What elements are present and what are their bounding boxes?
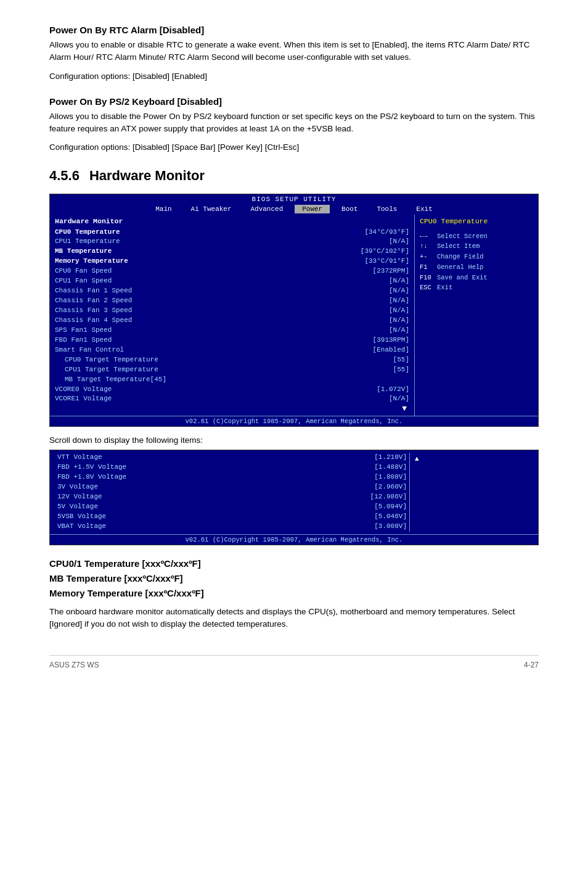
bios-key-row: ↑↓Select Item: [420, 241, 533, 252]
page-footer: ASUS Z7S WS 4-27: [49, 655, 539, 669]
rtc-alarm-para1: Allows you to enable or disable RTC to g…: [49, 39, 539, 64]
bios-key-row: ESCExit: [420, 283, 533, 293]
footer-right: 4-27: [524, 661, 539, 669]
bios-row: CPU1 Fan Speed[N/A]: [55, 276, 409, 286]
chapter-num: 4.5.6: [49, 168, 80, 184]
bios-row: SPS Fan1 Speed[N/A]: [55, 326, 409, 336]
key-desc: Save and Exit: [437, 273, 488, 283]
bios-right-panel: CPU0 Temperature ←→Select Screen↑↓Select…: [415, 215, 538, 416]
bios-key-row: ←→Select Screen: [420, 231, 533, 242]
bios2-row: 5V Voltage[5.094V]: [55, 502, 409, 512]
bios2-row: 3V Voltage[2.960V]: [55, 482, 409, 492]
cpu-temp-body: The onboard hardware monitor automatical…: [49, 606, 539, 631]
bios-key-row: F10Save and Exit: [420, 273, 533, 283]
bios-rows: CPU0 Temperature[34°C/93°F]CPU1 Temperat…: [55, 228, 409, 414]
bios-section-title: Hardware Monitor: [55, 217, 409, 225]
bios-screen: BIOS SETUP UTILITY Main Ai Tweaker Advan…: [49, 194, 539, 427]
bios-tab-power[interactable]: Power: [295, 205, 330, 213]
rtc-alarm-section: Power On By RTC Alarm [Disabled] Allows …: [49, 25, 539, 83]
bios-row: Smart Fan Control[Enabled]: [55, 345, 409, 355]
bios-footer: v02.61 (C)Copyright 1985-2007, American …: [50, 416, 538, 426]
bios2-row: FBD +1.8V Voltage[1.808V]: [55, 472, 409, 482]
bios2-footer: v02.61 (C)Copyright 1985-2007, American …: [50, 534, 538, 545]
ps2-keyboard-title: Power On By PS/2 Keyboard [Disabled]: [49, 96, 539, 107]
bios-key-row: +-Change Field: [420, 252, 533, 262]
key-symbol: ↑↓: [420, 241, 435, 252]
bios-row: Chassis Fan 2 Speed[N/A]: [55, 296, 409, 306]
bios-body: Hardware Monitor CPU0 Temperature[34°C/9…: [50, 215, 538, 416]
bios2-rows: VTT Voltage[1.210V]FBD +1.5V Voltage[1.4…: [55, 453, 409, 532]
bios-header: BIOS SETUP UTILITY: [50, 194, 538, 204]
bios-tab-exit[interactable]: Exit: [409, 205, 439, 213]
bios2-row: FBD +1.5V Voltage[1.488V]: [55, 463, 409, 472]
bios2-row: 5VSB Voltage[5.046V]: [55, 512, 409, 522]
chapter-title: Hardware Monitor: [89, 168, 205, 184]
bios2-row: VTT Voltage[1.210V]: [55, 453, 409, 463]
key-desc: General Help: [437, 262, 484, 273]
bios2-right-empty: ▲: [410, 453, 533, 465]
rtc-alarm-para2: Configuration options: [Disabled] [Enabl…: [49, 70, 539, 83]
key-desc: Select Screen: [437, 231, 488, 242]
key-desc: Change Field: [437, 252, 484, 262]
chapter-heading-section: 4.5.6 Hardware Monitor: [49, 168, 539, 184]
key-symbol: +-: [420, 252, 435, 262]
bios-scrollbar: ▼: [55, 404, 409, 413]
cpu-temp-heading: CPU0/1 Temperature [xxxºC/xxxºF]MB Tempe…: [49, 556, 539, 601]
chapter-heading: 4.5.6 Hardware Monitor: [49, 168, 539, 184]
bios-row: VCORE0 Voltage[1.072V]: [55, 385, 409, 395]
cpu-temp-section: CPU0/1 Temperature [xxxºC/xxxºF]MB Tempe…: [49, 556, 539, 631]
bios-left-panel: Hardware Monitor CPU0 Temperature[34°C/9…: [50, 215, 415, 416]
bios-tab-ai[interactable]: Ai Tweaker: [184, 205, 239, 213]
bios2-right-panel: ▲: [410, 453, 533, 532]
scroll-note: Scroll down to display the following ite…: [49, 435, 539, 445]
bios-tab-advanced[interactable]: Advanced: [243, 205, 290, 213]
key-symbol: F1: [420, 262, 435, 273]
rtc-alarm-title: Power On By RTC Alarm [Disabled]: [49, 25, 539, 35]
bios-row: Chassis Fan 1 Speed[N/A]: [55, 286, 409, 296]
bios-row: Chassis Fan 3 Speed[N/A]: [55, 306, 409, 316]
bios-tab-boot[interactable]: Boot: [334, 205, 365, 213]
bios-row: CPU1 Target Temperature[55]: [55, 365, 409, 375]
bios-row: Memory Temperature[33°C/91°F]: [55, 257, 409, 266]
bios-row: CPU0 Fan Speed[2372RPM]: [55, 266, 409, 276]
bios-row: CPU1 Temperature[N/A]: [55, 237, 409, 247]
bios-row: Chassis Fan 4 Speed[N/A]: [55, 316, 409, 326]
bios2-left-panel: VTT Voltage[1.210V]FBD +1.5V Voltage[1.4…: [55, 453, 410, 532]
bios-screen2: VTT Voltage[1.210V]FBD +1.5V Voltage[1.4…: [49, 450, 539, 545]
bios-right-title: CPU0 Temperature: [420, 217, 533, 225]
key-symbol: ESC: [420, 283, 435, 293]
bios-row: CPU0 Target Temperature[55]: [55, 355, 409, 365]
bios-key-row: F1General Help: [420, 262, 533, 273]
key-symbol: ←→: [420, 231, 435, 242]
bios-row: VCORE1 Voltage[N/A]: [55, 394, 409, 404]
bios-tab-row: Main Ai Tweaker Advanced Power Boot Tool…: [50, 204, 538, 215]
ps2-keyboard-section: Power On By PS/2 Keyboard [Disabled] All…: [49, 96, 539, 154]
bios-row: CPU0 Temperature[34°C/93°F]: [55, 228, 409, 237]
bios-tab-tools[interactable]: Tools: [369, 205, 404, 213]
key-desc: Select Item: [437, 241, 480, 252]
key-desc: Exit: [437, 283, 452, 293]
bios2-row: 12V Voltage[12.986V]: [55, 492, 409, 502]
bios-keys: ←→Select Screen↑↓Select Item+-Change Fie…: [420, 231, 533, 294]
bios-row: MB Target Temperature[45]: [55, 375, 409, 385]
bios-tab-main[interactable]: Main: [148, 205, 179, 213]
key-symbol: F10: [420, 273, 435, 283]
bios-row: FBD Fan1 Speed[3913RPM]: [55, 336, 409, 345]
ps2-keyboard-para2: Configuration options: [Disabled] [Space…: [49, 141, 539, 154]
bios-row: MB Temperature[39°C/102°F]: [55, 247, 409, 257]
bios2-body: VTT Voltage[1.210V]FBD +1.5V Voltage[1.4…: [50, 450, 538, 534]
ps2-keyboard-para1: Allows you to disable the Power On by PS…: [49, 110, 539, 136]
footer-left: ASUS Z7S WS: [49, 661, 99, 669]
bios2-row: VBAT Voltage[3.008V]: [55, 522, 409, 532]
